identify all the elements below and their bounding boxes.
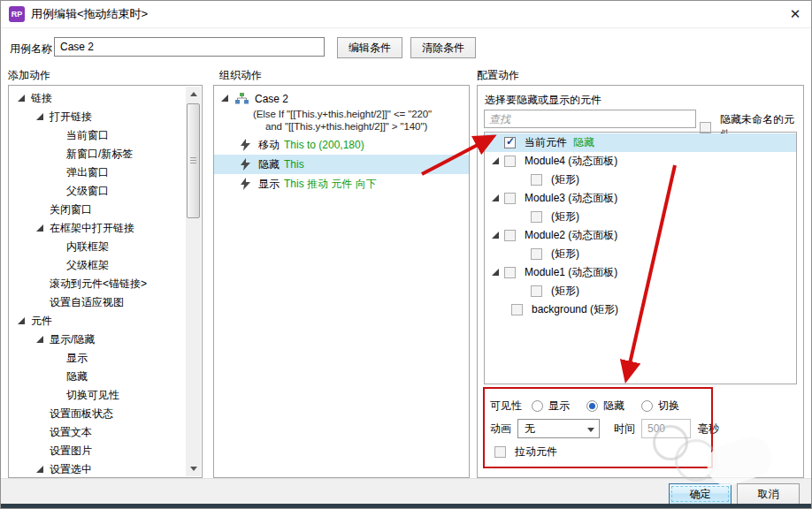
widget-row-rect[interactable]: (矩形) xyxy=(485,245,796,263)
tree-item-set-selected[interactable]: 设置选中 xyxy=(9,460,186,477)
add-actions-title: 添加动作 xyxy=(8,68,50,82)
checkbox[interactable] xyxy=(531,211,542,223)
case-editor-dialog: RP 用例编辑<拖动结束时> ✕ 用例名称 编辑条件 清除条件 添加动作 组织动… xyxy=(0,0,812,509)
checkbox[interactable] xyxy=(504,156,516,167)
action-row-hide-selected[interactable]: 隐藏 This xyxy=(214,155,469,174)
expander-icon[interactable] xyxy=(18,317,31,326)
expander-icon[interactable] xyxy=(18,95,31,103)
case-name-label: 用例名称 xyxy=(10,38,52,59)
widget-row-module3[interactable]: Module3 (动态面板) xyxy=(485,189,796,208)
expander-icon[interactable] xyxy=(36,224,50,233)
edit-condition-button[interactable]: 编辑条件 xyxy=(337,37,402,58)
tree-item-open-link[interactable]: 打开链接 xyxy=(9,108,186,126)
tree-item-inline-frame[interactable]: 内联框架 xyxy=(9,238,186,256)
checkbox[interactable] xyxy=(531,174,542,186)
scrollbar-thumb[interactable] xyxy=(187,103,200,218)
app-rp-icon: RP xyxy=(9,6,25,22)
organize-actions-panel: Case 2 (Else If "[[This.y+this.height/2]… xyxy=(213,85,470,478)
action-row-show[interactable]: 显示 This 推动 元件 向下 xyxy=(214,174,469,194)
checkbox[interactable] xyxy=(531,248,542,260)
tree-item-set-text[interactable]: 设置文本 xyxy=(9,423,186,442)
case-icon xyxy=(235,93,249,104)
widget-row-rect[interactable]: (矩形) xyxy=(485,171,796,189)
checkbox[interactable] xyxy=(504,267,516,278)
action-bolt-icon xyxy=(241,178,250,190)
title-bar: RP 用例编辑<拖动结束时> ✕ xyxy=(1,1,811,28)
expander-icon[interactable] xyxy=(492,269,504,277)
window-bottom-edge xyxy=(1,504,811,508)
widget-row-module1[interactable]: Module1 (动态面板) xyxy=(485,263,796,282)
checkbox[interactable] xyxy=(504,193,516,204)
add-actions-panel: 链接 打开链接 当前窗口 新窗口/新标签 弹出窗口 父级窗口 关闭窗口 在框架中… xyxy=(8,85,203,478)
clear-condition-button[interactable]: 清除条件 xyxy=(410,37,476,58)
tree-item-scroll-to-widget[interactable]: 滚动到元件<锚链接> xyxy=(9,275,186,293)
configure-actions-title: 配置动作 xyxy=(477,68,519,82)
cancel-button[interactable]: 取消 xyxy=(737,483,800,505)
widget-state: 隐藏 xyxy=(573,135,594,150)
checkbox[interactable] xyxy=(531,285,542,297)
window-title: 用例编辑<拖动结束时> xyxy=(31,1,148,27)
case-condition-line2: and "[[This.y+this.height/2]]" > "140") xyxy=(214,120,469,133)
left-scrollbar[interactable] xyxy=(186,87,201,476)
tree-item-current-window[interactable]: 当前窗口 xyxy=(9,126,186,145)
tree-item-parent-frame[interactable]: 父级框架 xyxy=(9,256,186,275)
widget-list: 当前元件 隐藏 Module4 (动态面板) (矩形) Module3 (动态面… xyxy=(484,132,797,384)
expander-icon[interactable] xyxy=(492,157,504,165)
checkbox[interactable] xyxy=(504,230,516,241)
action-bolt-icon xyxy=(241,158,250,171)
widget-row-current[interactable]: 当前元件 隐藏 xyxy=(485,133,796,152)
tree-item-hide[interactable]: 隐藏 xyxy=(9,368,186,386)
scroll-down-icon[interactable] xyxy=(186,461,201,476)
tree-item-set-panel-state[interactable]: 设置面板状态 xyxy=(9,405,186,423)
expander-icon[interactable] xyxy=(36,113,50,122)
widget-search-input[interactable] xyxy=(484,110,696,128)
tree-item-set-image[interactable]: 设置图片 xyxy=(9,442,186,460)
tree-item-widgets[interactable]: 元件 xyxy=(9,312,186,330)
expander-icon[interactable] xyxy=(492,232,504,239)
annotation-red-rectangle xyxy=(483,387,713,468)
tree-item-toggle-visibility[interactable]: 切换可见性 xyxy=(9,386,186,405)
tree-item-close-window[interactable]: 关闭窗口 xyxy=(9,201,186,219)
tree-item-open-in-frame[interactable]: 在框架中打开链接 xyxy=(9,219,186,238)
footer-bar: 确定 取消 xyxy=(1,478,811,506)
checked-checkbox[interactable] xyxy=(504,137,516,148)
tree-item-show[interactable]: 显示 xyxy=(9,349,186,368)
expander-icon[interactable] xyxy=(36,466,50,475)
widget-row-rect[interactable]: (矩形) xyxy=(485,208,796,226)
tree-item-popup-window[interactable]: 弹出窗口 xyxy=(9,163,186,182)
expander-icon[interactable] xyxy=(221,95,234,103)
case-name-input[interactable] xyxy=(54,37,325,57)
widget-row-module4[interactable]: Module4 (动态面板) xyxy=(485,152,796,171)
widget-row-module2[interactable]: Module2 (动态面板) xyxy=(485,226,796,245)
checkbox[interactable] xyxy=(511,304,523,315)
ok-button[interactable]: 确定 xyxy=(669,483,732,505)
organize-actions-title: 组织动作 xyxy=(219,68,262,82)
case-node[interactable]: Case 2 xyxy=(214,86,469,106)
tree-item-parent-window[interactable]: 父级窗口 xyxy=(9,182,186,201)
select-widgets-label: 选择要隐藏或显示的元件 xyxy=(485,93,601,108)
widget-row-rect[interactable]: (矩形) xyxy=(485,282,796,300)
scroll-up-icon[interactable] xyxy=(186,87,201,102)
action-tree: 链接 打开链接 当前窗口 新窗口/新标签 弹出窗口 父级窗口 关闭窗口 在框架中… xyxy=(9,86,186,477)
tree-item-show-hide[interactable]: 显示/隐藏 xyxy=(9,330,186,349)
case-name: Case 2 xyxy=(255,93,288,105)
close-icon[interactable]: ✕ xyxy=(785,4,806,25)
action-row-move[interactable]: 移动 This to (200,180) xyxy=(214,135,469,155)
tree-item-new-window[interactable]: 新窗口/新标签 xyxy=(9,145,186,163)
expander-icon[interactable] xyxy=(492,194,504,202)
action-bolt-icon xyxy=(241,139,250,151)
case-condition-line1: (Else If "[[This.y+this.height/2]]" <= "… xyxy=(214,108,469,120)
tree-item-set-adaptive-view[interactable]: 设置自适应视图 xyxy=(9,293,186,312)
widget-row-background[interactable]: background (矩形) xyxy=(485,300,796,319)
tree-item-links[interactable]: 链接 xyxy=(9,89,186,108)
expander-icon[interactable] xyxy=(36,336,50,345)
